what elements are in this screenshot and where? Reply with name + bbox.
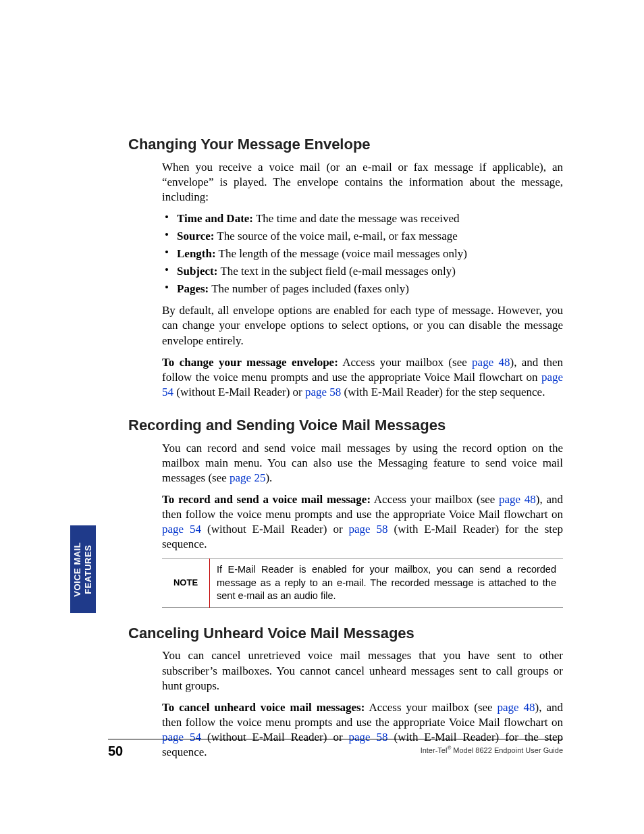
- section-recording-sending: Recording and Sending Voice Mail Message…: [128, 416, 563, 608]
- text: ).: [265, 471, 272, 484]
- heading-canceling-unheard: Canceling Unheard Voice Mail Messages: [128, 624, 563, 644]
- term: Pages:: [177, 282, 209, 295]
- page-footer: 50 Inter-Tel® Model 8622 Endpoint User G…: [108, 739, 563, 760]
- note-text: If E-Mail Reader is enabled for your mai…: [210, 558, 563, 608]
- intro-paragraph: You can record and send voice mail messa…: [162, 441, 563, 486]
- page-link-48[interactable]: page 48: [472, 356, 510, 369]
- list-item: Pages: The number of pages included (fax…: [162, 282, 563, 296]
- tab-line-1: VOICE MAIL: [72, 542, 82, 597]
- text: Access your mailbox (see: [365, 701, 497, 714]
- term: Length:: [177, 247, 216, 260]
- page-number: 50: [108, 742, 123, 760]
- text: (with E-Mail Reader) for the step sequen…: [341, 386, 545, 398]
- document-page: VOICE MAIL FEATURES Changing Your Messag…: [0, 0, 644, 834]
- section-tab: VOICE MAIL FEATURES: [70, 525, 96, 613]
- intro-paragraph: You can cancel unretrieved voice mail me…: [162, 648, 563, 693]
- howto-paragraph: To record and send a voice mail message:…: [162, 492, 563, 552]
- tab-line-2: FEATURES: [83, 544, 93, 594]
- text: Access your mailbox (see: [338, 356, 472, 369]
- brand: Inter-Tel: [421, 746, 448, 754]
- footer-credit: Inter-Tel® Model 8622 Endpoint User Guid…: [421, 742, 563, 755]
- term: Source:: [177, 230, 214, 242]
- desc: The number of pages included (faxes only…: [209, 282, 409, 295]
- page-link-25[interactable]: page 25: [230, 471, 265, 484]
- section-changing-envelope: Changing Your Message Envelope When you …: [128, 135, 563, 400]
- howto-lead: To record and send a voice mail message:: [162, 493, 371, 506]
- list-item: Length: The length of the message (voice…: [162, 246, 563, 261]
- page-link-58[interactable]: page 58: [305, 386, 341, 398]
- desc: The time and date the message was receiv…: [253, 212, 460, 225]
- list-item: Source: The source of the voice mail, e-…: [162, 229, 563, 244]
- page-link-48[interactable]: page 48: [499, 493, 536, 506]
- text: You can record and send voice mail messa…: [162, 442, 563, 484]
- default-paragraph: By default, all envelope options are ena…: [162, 303, 563, 348]
- page-link-54[interactable]: page 54: [162, 523, 201, 536]
- text: (without E-Mail Reader) or: [173, 386, 305, 398]
- page-link-48[interactable]: page 48: [498, 701, 535, 714]
- list-item: Time and Date: The time and date the mes…: [162, 211, 563, 226]
- note-label: NOTE: [162, 558, 209, 608]
- section-tab-label: VOICE MAIL FEATURES: [72, 542, 95, 597]
- term: Subject:: [177, 265, 217, 278]
- section-body: When you receive a voice mail (or an e-m…: [162, 160, 563, 400]
- page-link-58[interactable]: page 58: [349, 523, 388, 536]
- term: Time and Date:: [177, 212, 253, 225]
- desc: The length of the message (voice mail me…: [216, 247, 467, 260]
- desc: The source of the voice mail, e-mail, or…: [214, 230, 457, 242]
- list-item: Subject: The text in the subject field (…: [162, 264, 563, 279]
- heading-changing-envelope: Changing Your Message Envelope: [128, 135, 563, 155]
- desc: The text in the subject field (e-mail me…: [217, 265, 455, 278]
- howto-paragraph: To change your message envelope: Access …: [162, 355, 563, 400]
- howto-lead: To cancel unheard voice mail messages:: [162, 701, 365, 714]
- heading-recording-sending: Recording and Sending Voice Mail Message…: [128, 416, 563, 436]
- note-box: NOTE If E-Mail Reader is enabled for you…: [162, 558, 563, 608]
- section-body: You can record and send voice mail messa…: [162, 441, 563, 608]
- footer-rest: Model 8622 Endpoint User Guide: [451, 746, 563, 754]
- howto-lead: To change your message envelope:: [162, 356, 338, 369]
- text: (without E-Mail Reader) or: [201, 523, 348, 536]
- envelope-fields-list: Time and Date: The time and date the mes…: [162, 211, 563, 296]
- intro-paragraph: When you receive a voice mail (or an e-m…: [162, 160, 563, 205]
- text: Access your mailbox (see: [371, 493, 499, 506]
- content-column: Changing Your Message Envelope When you …: [128, 135, 563, 776]
